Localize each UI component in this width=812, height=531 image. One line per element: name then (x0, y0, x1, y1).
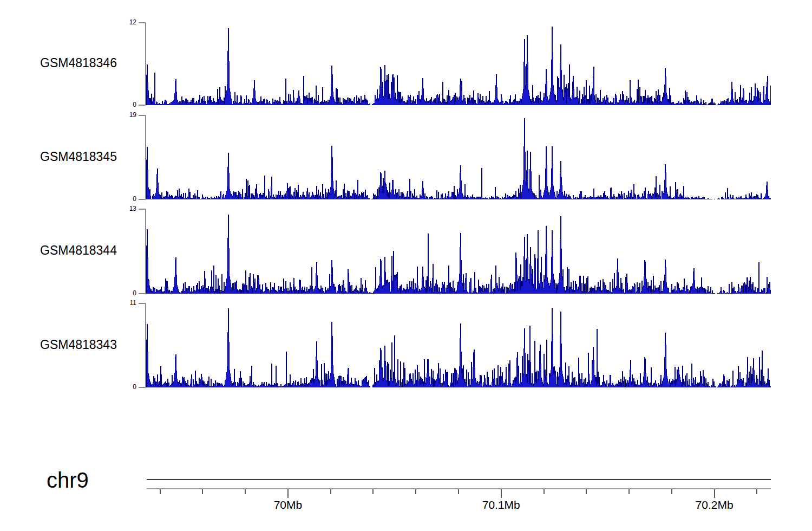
axis-minor-tick (458, 489, 459, 494)
axis-minor-tick (160, 489, 161, 494)
y-axis-max-label: 13 (97, 205, 136, 212)
track-label: GSM4818346 (40, 56, 117, 70)
axis-minor-tick (202, 489, 203, 494)
axis-minor-tick (245, 489, 246, 494)
y-axis-max-label: 12 (97, 18, 136, 26)
track-label: GSM4818345 (40, 150, 117, 164)
genome-browser-figure: GSM4818346120GSM4818345190GSM4818344130G… (0, 0, 812, 531)
axis-minor-tick (671, 489, 672, 494)
axis-minor-tick (628, 489, 630, 494)
axis-minor-tick (543, 489, 545, 494)
axis-line-upper (147, 479, 771, 480)
axis-minor-tick (415, 489, 416, 494)
axis-minor-tick (330, 489, 331, 494)
signal-histogram (146, 23, 771, 105)
y-axis-zero-label: 0 (97, 383, 136, 391)
axis-major-tick (287, 489, 289, 498)
axis-minor-tick (586, 489, 587, 494)
y-axis-zero-label: 0 (97, 289, 136, 297)
axis-minor-tick (372, 489, 374, 494)
axis-tick-label: 70.1Mb (463, 498, 539, 511)
axis-tick-label: 70Mb (250, 498, 326, 511)
y-axis-zero-label: 0 (97, 195, 136, 203)
axis-major-tick (501, 489, 502, 498)
y-axis-max-label: 11 (97, 299, 136, 307)
signal-histogram (146, 115, 771, 199)
track-label: GSM4818343 (40, 338, 117, 352)
axis-major-tick (714, 489, 715, 498)
signal-histogram (146, 209, 771, 294)
axis-tick-label: 70.2Mb (677, 498, 752, 511)
signal-histogram (146, 303, 771, 387)
axis-minor-tick (756, 489, 757, 494)
track-label: GSM4818344 (40, 243, 117, 258)
y-axis-zero-label: 0 (97, 101, 136, 108)
y-axis-max-label: 19 (97, 111, 136, 119)
chromosome-label: chr9 (47, 468, 89, 493)
